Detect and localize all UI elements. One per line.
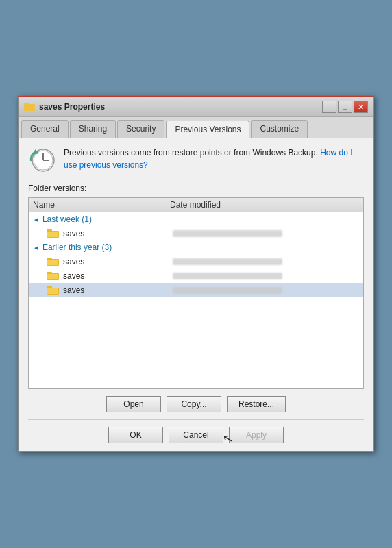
tab-security[interactable]: Security bbox=[117, 120, 164, 138]
date-value bbox=[173, 287, 282, 294]
folder-icon bbox=[47, 228, 59, 238]
table-row[interactable]: saves bbox=[29, 283, 363, 297]
window-title: saves Properties bbox=[39, 102, 105, 112]
folder-versions-table: Name Date modified ◄ Last week (1) saves… bbox=[28, 197, 364, 389]
column-date: Date modified bbox=[170, 200, 359, 210]
svg-rect-17 bbox=[47, 286, 52, 288]
tab-bar: General Sharing Security Previous Versio… bbox=[19, 117, 373, 138]
minimize-button[interactable]: — bbox=[322, 101, 336, 113]
date-value bbox=[173, 273, 282, 279]
tab-content: Previous versions come from restore poin… bbox=[19, 138, 373, 451]
properties-window: saves Properties — □ ✕ General Sharing S… bbox=[18, 96, 374, 452]
svg-rect-15 bbox=[47, 274, 58, 279]
section-label: Folder versions: bbox=[28, 184, 364, 193]
tab-general[interactable]: General bbox=[21, 120, 69, 138]
info-description: Previous versions come from restore poin… bbox=[64, 147, 364, 171]
folder-name: saves bbox=[63, 286, 173, 295]
svg-rect-12 bbox=[47, 260, 58, 265]
bottom-button-row: OK Cancel ↖ Apply bbox=[28, 419, 364, 443]
folder-icon bbox=[47, 285, 59, 295]
group-earlier-year: ◄ Earlier this year (3) bbox=[29, 240, 363, 254]
apply-button[interactable]: Apply bbox=[229, 427, 284, 443]
title-bar-left: saves Properties bbox=[24, 101, 105, 112]
open-button[interactable]: Open bbox=[106, 396, 161, 412]
group-last-week: ◄ Last week (1) bbox=[29, 212, 363, 226]
close-button[interactable]: ✕ bbox=[354, 101, 368, 113]
ok-button[interactable]: OK bbox=[108, 427, 163, 443]
group-label-last-week: Last week (1) bbox=[42, 214, 92, 224]
folder-name: saves bbox=[63, 271, 173, 281]
info-box: Previous versions come from restore poin… bbox=[28, 147, 364, 174]
svg-rect-8 bbox=[47, 229, 52, 232]
group-label-earlier: Earlier this year (3) bbox=[42, 242, 112, 252]
folder-icon bbox=[47, 256, 59, 266]
svg-rect-11 bbox=[47, 258, 52, 260]
clock-icon bbox=[28, 147, 56, 174]
folder-name: saves bbox=[63, 229, 173, 238]
svg-rect-14 bbox=[47, 272, 52, 274]
date-value bbox=[173, 230, 282, 237]
svg-rect-9 bbox=[47, 232, 58, 237]
copy-button[interactable]: Copy... bbox=[167, 396, 221, 412]
table-row[interactable]: saves bbox=[29, 254, 363, 269]
tab-sharing[interactable]: Sharing bbox=[70, 120, 116, 138]
table-header: Name Date modified bbox=[29, 198, 363, 212]
column-name: Name bbox=[33, 200, 170, 210]
maximize-button[interactable]: □ bbox=[338, 101, 352, 113]
title-bar-controls: — □ ✕ bbox=[322, 101, 368, 113]
title-folder-icon bbox=[24, 101, 35, 112]
table-row[interactable]: saves bbox=[29, 269, 363, 283]
group-arrow-last-week: ◄ bbox=[33, 216, 40, 223]
tab-customize[interactable]: Customize bbox=[251, 120, 308, 138]
folder-name: saves bbox=[63, 257, 173, 266]
svg-rect-18 bbox=[47, 288, 58, 294]
table-row[interactable]: saves bbox=[29, 226, 363, 240]
cancel-button[interactable]: Cancel bbox=[169, 427, 223, 443]
action-button-row: Open Copy... Restore... bbox=[28, 396, 364, 412]
tab-previous-versions[interactable]: Previous Versions bbox=[166, 121, 249, 138]
date-value bbox=[173, 258, 282, 265]
folder-icon bbox=[47, 271, 59, 281]
restore-button[interactable]: Restore... bbox=[227, 396, 286, 412]
group-arrow-earlier: ◄ bbox=[33, 244, 40, 251]
title-bar: saves Properties — □ ✕ bbox=[19, 97, 373, 117]
svg-rect-0 bbox=[24, 104, 35, 111]
cancel-cursor-area: Cancel ↖ bbox=[169, 427, 223, 443]
svg-rect-1 bbox=[24, 103, 29, 105]
